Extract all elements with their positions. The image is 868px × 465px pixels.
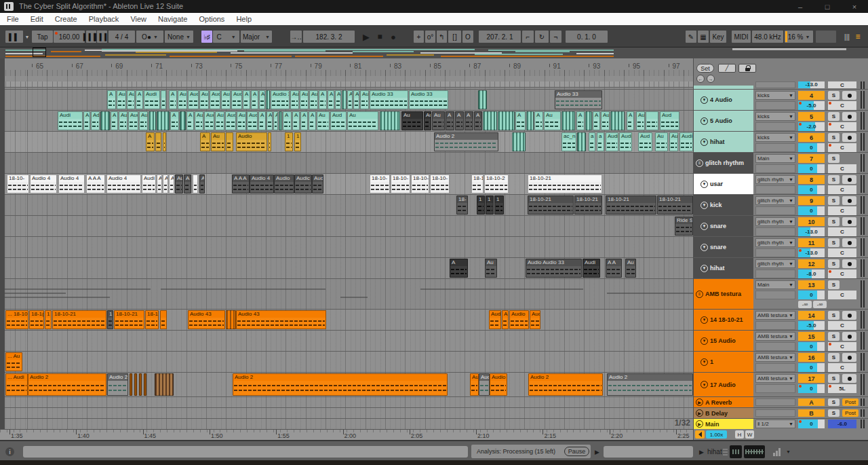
clip[interactable]: A — [534, 111, 543, 130]
clip[interactable]: Aud — [231, 90, 242, 109]
track-name[interactable]: ▼5 Audio — [698, 111, 753, 131]
lock-button[interactable] — [738, 64, 756, 73]
clip[interactable] — [561, 111, 575, 130]
output-routing-selector[interactable]: AMB testura▼ — [755, 374, 795, 383]
clip[interactable]: A — [450, 259, 468, 278]
clip[interactable]: Au — [290, 90, 299, 109]
play-button[interactable]: ▶ — [361, 31, 372, 43]
output-routing-selector[interactable]: AMB testura▼ — [755, 332, 795, 341]
midi-map-button[interactable]: MIDI — [732, 31, 751, 43]
clip[interactable]: Au — [127, 90, 135, 109]
track-name[interactable]: ▼14 18-10-21 — [698, 310, 753, 330]
clip[interactable] — [512, 132, 526, 151]
clip[interactable]: 18-10- — [391, 174, 410, 193]
track-width-button[interactable]: W — [745, 430, 754, 439]
clip[interactable]: Au — [485, 259, 497, 278]
clip[interactable]: Audio 33 — [370, 90, 408, 109]
clip[interactable]: Aud — [330, 111, 347, 130]
clip[interactable]: Audio 33 — [555, 90, 602, 109]
clip[interactable] — [193, 174, 198, 193]
track-lane-usar[interactable]: 18-10-Audio 4Audio 4A A AAudio 4AudiAAAA… — [5, 173, 693, 194]
automation-mode-icon[interactable]: [ ] — [448, 31, 461, 43]
clip[interactable]: A — [627, 111, 634, 130]
group-fold-icon[interactable]: ≡ — [696, 160, 703, 167]
track-lane-hihat[interactable]: AAAuAudio11Audio 2ac_naaAudiAudiAudAuAuA… — [5, 131, 693, 152]
time-signature-field[interactable]: 4 / 4 — [108, 31, 135, 43]
clip[interactable]: A — [465, 111, 473, 130]
scale-mode-button[interactable]: ♭♯ — [201, 31, 212, 43]
solo-button[interactable]: S — [828, 280, 840, 289]
track-name[interactable]: ▼usar — [698, 174, 753, 194]
clip[interactable]: A — [353, 90, 359, 109]
volume-field[interactable]: 0 — [798, 164, 825, 173]
arm-button[interactable] — [842, 311, 856, 320]
clip[interactable]: Au — [215, 111, 224, 130]
clip[interactable]: 18-10- — [430, 174, 450, 193]
clip[interactable]: A — [200, 132, 210, 151]
clip[interactable]: A — [186, 111, 194, 130]
output-routing-selector[interactable]: glitch rhyth▼ — [755, 259, 795, 268]
clip[interactable]: A — [319, 90, 327, 109]
clip[interactable]: Audio 2 — [434, 132, 498, 151]
clip[interactable]: ... Au — [5, 352, 22, 371]
level-meter-icon[interactable] — [773, 448, 783, 456]
output-routing-selector[interactable]: AMB testura▼ — [755, 311, 795, 320]
track-lane-hihat[interactable]: AAuAudio Audio 33AudiA AAu — [5, 257, 693, 278]
clip[interactable]: Au — [300, 90, 309, 109]
clip[interactable]: 1 — [285, 132, 293, 151]
output-routing-selector[interactable]: glitch rhyth▼ — [755, 175, 795, 184]
clip[interactable]: Aud — [489, 310, 501, 329]
clip[interactable]: Audio 2 — [107, 373, 128, 396]
clip[interactable]: A — [283, 111, 292, 130]
clip[interactable]: 1 — [45, 310, 52, 329]
track-fold-icon[interactable]: ▶ — [696, 420, 703, 428]
volume-field[interactable]: -5.0 — [798, 321, 825, 330]
clip[interactable]: Au — [317, 111, 330, 130]
clip[interactable]: 18-10-2 — [484, 174, 509, 193]
solo-button[interactable]: S — [828, 217, 840, 226]
clip[interactable] — [526, 111, 534, 130]
clip[interactable]: Audi — [606, 132, 618, 151]
solo-button[interactable]: S — [828, 112, 840, 121]
clip[interactable]: Audio 43 — [236, 310, 326, 329]
clip[interactable]: A — [169, 90, 177, 109]
tempo-field[interactable]: 160.00 — [54, 31, 85, 43]
clip[interactable]: A — [163, 174, 168, 193]
clip-thumbnail[interactable] — [730, 445, 742, 458]
pan-field[interactable]: 5L — [828, 384, 856, 393]
clip[interactable]: Au — [199, 90, 209, 109]
menu-create[interactable]: Create — [55, 15, 77, 23]
pan-field[interactable]: C — [828, 248, 856, 257]
clip[interactable]: Aud — [660, 111, 679, 130]
clip[interactable] — [100, 111, 110, 130]
clip[interactable]: 18-10-21 — [114, 310, 144, 329]
send-level[interactable]: -∞ — [798, 301, 812, 308]
new-midi-button[interactable]: + — [414, 31, 424, 43]
clip[interactable]: Aud — [638, 132, 652, 151]
clip[interactable]: Aud — [225, 111, 236, 130]
partial-volume[interactable]: -13.0 — [798, 81, 825, 88]
volume-field[interactable]: -13.0 — [798, 248, 825, 257]
pan-field[interactable]: C — [828, 269, 856, 278]
clip[interactable]: Audio — [274, 174, 294, 193]
clip[interactable] — [160, 310, 167, 329]
punch-in-button[interactable]: ⌐ — [522, 31, 534, 43]
clip[interactable]: 18-10-21 — [657, 196, 693, 215]
track-name[interactable]: ▼snare — [698, 237, 753, 257]
pan-field[interactable]: C — [828, 143, 856, 152]
clip[interactable]: A — [576, 111, 585, 130]
cue-volume[interactable]: -6.0 — [828, 420, 856, 428]
clip[interactable]: Aud — [247, 111, 258, 130]
clip[interactable]: Audi — [583, 259, 600, 278]
clip[interactable]: 18-10-21 — [528, 174, 602, 193]
menu-file[interactable]: File — [7, 15, 19, 23]
clip[interactable]: Audio 4 — [106, 174, 141, 193]
clip[interactable]: A — [455, 111, 464, 130]
pencil-button[interactable]: ╱ — [718, 64, 736, 73]
loop-button[interactable]: ↻ — [535, 31, 549, 43]
clip-play-icon[interactable]: ▶ — [697, 447, 706, 456]
track-fold-icon[interactable]: ▼ — [701, 265, 708, 272]
clip[interactable]: Audi — [142, 174, 156, 193]
arm-button[interactable] — [842, 353, 856, 362]
clip[interactable]: A A — [606, 259, 622, 278]
